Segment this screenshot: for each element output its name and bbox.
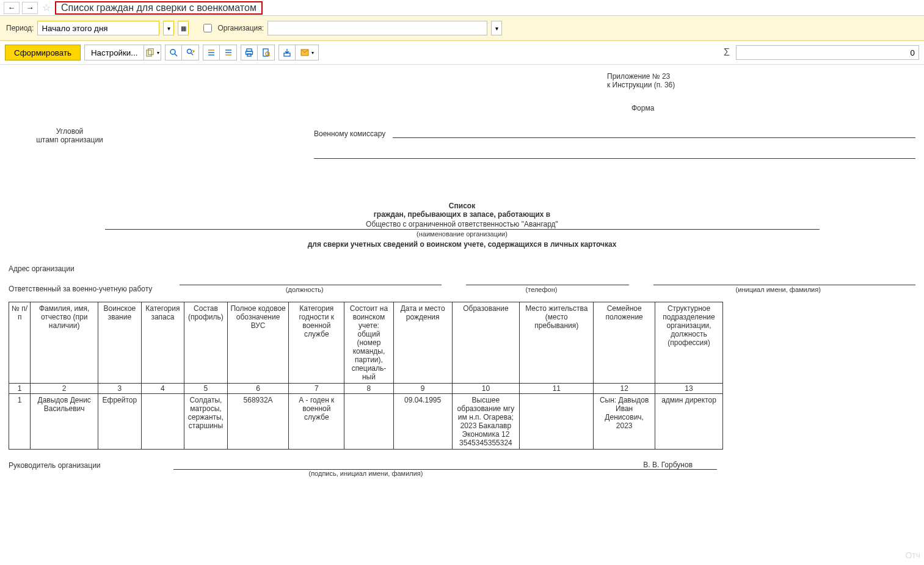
copy-icon bbox=[146, 48, 155, 57]
cell-education: Высшее образование мгу им н.п. Огарева; … bbox=[452, 394, 520, 450]
cell-num: 1 bbox=[9, 394, 31, 450]
data-table: № п/п Фамилия, имя, отчество (при наличи… bbox=[9, 302, 723, 450]
cell-vus: 568932А bbox=[227, 394, 289, 450]
footer-head-label: Руководитель организации bbox=[9, 461, 167, 470]
favorite-star-icon[interactable]: ☆ bbox=[40, 2, 53, 14]
generate-button[interactable]: Сформировать bbox=[5, 45, 81, 60]
settings-label: Настройки... bbox=[91, 48, 137, 57]
arrow-right-icon: → bbox=[26, 3, 34, 12]
col-num: № п/п bbox=[9, 302, 31, 384]
svg-point-4 bbox=[187, 49, 191, 54]
organization-input[interactable] bbox=[267, 21, 487, 35]
svg-rect-1 bbox=[148, 49, 153, 55]
organization-checkbox[interactable] bbox=[203, 24, 212, 32]
find-button[interactable] bbox=[165, 45, 182, 60]
cell-fitness: А - годен к военной службе bbox=[289, 394, 344, 450]
numcell: 4 bbox=[141, 384, 184, 394]
col-family: Семейное положение bbox=[594, 302, 655, 384]
appendix-line1: Приложение № 23 bbox=[607, 72, 915, 81]
footer-caption: (подпись, инициал имени, фамилия) bbox=[9, 470, 723, 477]
col-fitness: Категория годности к военной службе bbox=[289, 302, 344, 384]
heading-orgcaption: (наименование организации) bbox=[9, 230, 915, 238]
svg-line-17 bbox=[269, 55, 270, 56]
footer-row: Руководитель организации В. В. Горбунов bbox=[9, 461, 723, 470]
heading-block: Список граждан, пребывающих в запасе, ра… bbox=[9, 202, 915, 249]
phone-caption: (телефон) bbox=[454, 286, 628, 293]
organization-dropdown-button[interactable]: ▾ bbox=[491, 21, 502, 35]
cell-registered bbox=[344, 394, 394, 450]
sigma-icon: Σ bbox=[724, 47, 732, 58]
commissar-label: Военному комиссару bbox=[314, 129, 385, 138]
numcell: 2 bbox=[31, 384, 98, 394]
nav-forward-button[interactable]: → bbox=[22, 2, 38, 14]
search-arrow-icon bbox=[186, 48, 195, 57]
report-body: Приложение № 23 к Инструкции (п. 36) Фор… bbox=[0, 65, 924, 501]
nav-back-button[interactable]: ← bbox=[4, 2, 20, 14]
cell-residence bbox=[520, 394, 594, 450]
numcell: 3 bbox=[98, 384, 142, 394]
settings-button[interactable]: Настройки... bbox=[84, 45, 144, 60]
col-registered: Состоит на воинском учете: общий (номер … bbox=[344, 302, 394, 384]
heading-line3: для сверки учетных сведений о воинском у… bbox=[308, 240, 617, 249]
numcell: 9 bbox=[393, 384, 452, 394]
numcell: 6 bbox=[227, 384, 289, 394]
stamp-line1: Угловой bbox=[9, 127, 131, 136]
stamp-block: Угловой штамп организации bbox=[9, 127, 131, 159]
chevron-down-icon: ▾ bbox=[167, 25, 170, 32]
name-caption: (инициал имени, фамилия) bbox=[641, 286, 915, 293]
footer-signature-line: В. В. Горбунов bbox=[173, 461, 717, 470]
expand-icon bbox=[207, 48, 216, 57]
svg-rect-0 bbox=[147, 50, 151, 56]
position-line bbox=[180, 274, 442, 285]
position-caption: (должность) bbox=[167, 286, 442, 293]
search-icon bbox=[169, 48, 178, 57]
heading-line2: граждан, пребывающих в запасе, работающи… bbox=[374, 210, 550, 219]
appendix-forma: Форма bbox=[631, 104, 915, 112]
period-input[interactable] bbox=[37, 21, 159, 35]
print-preview-button[interactable] bbox=[258, 45, 275, 60]
calendar-icon: ▦ bbox=[181, 25, 186, 32]
svg-line-5 bbox=[191, 53, 193, 55]
find-next-button[interactable] bbox=[182, 45, 199, 60]
chevron-down-icon: ▾ bbox=[311, 50, 314, 56]
page-title-text: Список граждан для сверки с военкоматом bbox=[61, 2, 256, 13]
print-button[interactable] bbox=[241, 45, 258, 60]
period-dropdown-button[interactable]: ▾ bbox=[163, 21, 174, 35]
cell-birth: 09.04.1995 bbox=[393, 394, 452, 450]
chevron-down-icon: ▾ bbox=[157, 50, 159, 56]
col-birth: Дата и место рождения bbox=[393, 302, 452, 384]
save-icon bbox=[283, 48, 291, 57]
col-reserve: Категория запаса bbox=[141, 302, 184, 384]
appendix-line2: к Инструкции (п. 36) bbox=[607, 81, 915, 89]
commissar-line1 bbox=[393, 127, 915, 138]
phone-line bbox=[466, 274, 628, 285]
col-rank: Воинское звание bbox=[98, 302, 142, 384]
table-header-row: № п/п Фамилия, имя, отчество (при наличи… bbox=[9, 302, 723, 384]
sum-output[interactable] bbox=[736, 45, 919, 60]
period-calendar-button[interactable]: ▦ bbox=[178, 21, 189, 35]
heading-orgname: Общество с ограниченной ответственностью… bbox=[105, 220, 820, 230]
address-label: Адрес организации bbox=[9, 264, 915, 273]
cell-family: Сын: Давыдов Иван Денисович, 2023 bbox=[594, 394, 655, 450]
numcell: 8 bbox=[344, 384, 394, 394]
col-position: Структурное подразделение организации, д… bbox=[655, 302, 723, 384]
save-button[interactable] bbox=[278, 45, 296, 60]
settings-variants-button[interactable]: ▾ bbox=[144, 45, 161, 60]
numcell: 1 bbox=[9, 384, 31, 394]
responsible-label: Ответственный за военно-учетную работу bbox=[9, 285, 167, 293]
cell-profile: Солдаты, матросы, сержанты, старшины bbox=[184, 394, 228, 450]
expand-groups-button[interactable] bbox=[203, 45, 220, 60]
cell-reserve bbox=[141, 394, 184, 450]
svg-rect-14 bbox=[247, 54, 251, 56]
table-row: 1 Давыдов Денис Васильевич Ефрейтор Солд… bbox=[9, 394, 723, 450]
col-vus: Полное кодовое обозначение ВУС bbox=[227, 302, 289, 384]
footer-head-name: В. В. Горбунов bbox=[643, 461, 693, 469]
organization-label: Организация: bbox=[217, 24, 264, 32]
appendix-block: Приложение № 23 к Инструкции (п. 36) bbox=[607, 72, 915, 89]
send-button[interactable]: ▾ bbox=[296, 45, 319, 60]
numcell: 13 bbox=[655, 384, 723, 394]
generate-label: Сформировать bbox=[14, 48, 71, 57]
document-search-icon bbox=[262, 48, 271, 57]
collapse-groups-button[interactable] bbox=[220, 45, 237, 60]
numcell: 10 bbox=[452, 384, 520, 394]
